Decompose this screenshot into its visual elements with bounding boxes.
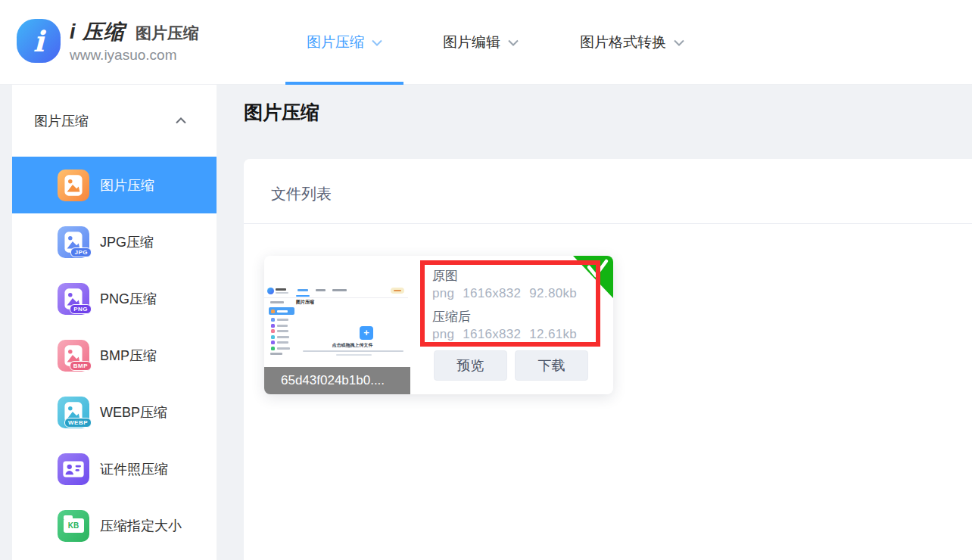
- chevron-down-icon: [372, 39, 382, 46]
- app-header: i i 压缩 图片压缩 www.iyasuo.com 图片压缩 图片编辑 图片格…: [0, 0, 972, 85]
- mini-icon-dot: [271, 318, 275, 322]
- mini-icon-dot: [271, 335, 275, 339]
- sidebar-item-bmp[interactable]: BMP BMP压缩: [12, 327, 217, 384]
- png-compress-icon: PNG: [58, 283, 89, 315]
- format-badge: BMP: [70, 361, 92, 371]
- brand-title: i 压缩: [70, 18, 125, 45]
- mini-icon-dot: [271, 329, 275, 333]
- nav-tab-label: 图片格式转换: [580, 33, 666, 52]
- format-badge: PNG: [70, 304, 92, 314]
- sidebar-item-jpg[interactable]: JPG JPG压缩: [12, 213, 217, 270]
- original-size: 92.80kb: [529, 286, 577, 300]
- info-gap: [432, 303, 596, 308]
- mini-decor-bar: [277, 319, 288, 321]
- mini-decor-bar: [276, 292, 288, 294]
- webp-compress-icon: WEBP: [58, 397, 89, 428]
- nav-tab-image-compress[interactable]: 图片压缩: [285, 0, 403, 85]
- panel-title: 文件列表: [271, 184, 332, 204]
- image-compress-icon: [58, 170, 89, 201]
- panel-divider: [244, 223, 972, 224]
- sidebar-item-label: 压缩指定大小: [100, 517, 182, 535]
- mini-decor-bar: [270, 353, 282, 355]
- preview-button[interactable]: 预览: [434, 350, 507, 381]
- mini-decor-bar: [277, 310, 288, 313]
- mini-decor-bar: [277, 330, 288, 332]
- mini-decor-bar: [277, 347, 290, 350]
- nav-tab-image-edit[interactable]: 图片编辑: [422, 0, 540, 85]
- main-nav: 图片压缩 图片编辑 图片格式转换: [285, 0, 706, 85]
- sidebar-item-label: 图片压缩: [100, 176, 154, 194]
- mini-decor-bar: [336, 354, 372, 356]
- mini-decor-bar: [298, 289, 308, 291]
- sidebar-group-header[interactable]: 图片压缩: [12, 85, 217, 157]
- mini-decor-bar: [277, 341, 288, 344]
- mini-upload-plus-icon: +: [360, 326, 373, 340]
- mini-decor-bar: [277, 325, 288, 327]
- sidebar: 图片压缩 图片压缩 JPG JPG压缩 PNG PNG压缩 BMP BMP压缩: [12, 85, 217, 560]
- id-photo-icon: [58, 453, 89, 485]
- mini-decor-bar: [332, 289, 347, 291]
- compressed-size: 12.61kb: [529, 327, 577, 341]
- sidebar-item-png[interactable]: PNG PNG压缩: [12, 270, 217, 327]
- sidebar-item-label: 证件照压缩: [100, 460, 168, 478]
- compressed-label: 压缩后: [432, 308, 596, 325]
- format-badge: JPG: [70, 247, 92, 257]
- mini-icon-dot: [271, 310, 275, 313]
- original-format: png: [432, 286, 454, 300]
- nav-tab-label: 图片编辑: [443, 33, 500, 52]
- mini-decor-bar: [394, 290, 401, 291]
- mini-logo-icon: [267, 288, 274, 294]
- page-title: 图片压缩: [244, 100, 319, 125]
- jpg-compress-icon: JPG: [58, 226, 89, 258]
- chevron-down-icon: [508, 39, 519, 46]
- mini-decor-bar: [296, 295, 310, 297]
- mini-decor-bar: [316, 289, 326, 291]
- file-list-panel: 文件列表 图片压缩: [244, 159, 972, 560]
- format-badge: WEBP: [64, 418, 92, 428]
- original-info: png1616x83292.80kb: [432, 285, 596, 303]
- original-label: 原图: [432, 267, 596, 285]
- brand-text: i 压缩 图片压缩 www.iyasuo.com: [70, 18, 199, 64]
- kb-badge: KB: [64, 518, 84, 533]
- compressed-info: png1616x83212.61kb: [432, 325, 596, 344]
- sidebar-item-label: PNG压缩: [100, 290, 157, 308]
- nav-tab-label: 图片压缩: [307, 33, 364, 52]
- mini-upload-text: 点击或拖拽上传文件: [294, 343, 410, 348]
- chevron-down-icon: [674, 39, 684, 46]
- file-item-card: 图片压缩 + 点击或拖拽上传文件: [264, 256, 613, 394]
- annotation-red-box: 原图 png1616x83292.80kb 压缩后 png1616x83212.…: [420, 260, 600, 347]
- file-actions: 预览 下载: [434, 350, 588, 381]
- mini-decor-bar: [303, 350, 403, 353]
- brand-url: www.iyasuo.com: [70, 47, 199, 64]
- thumbnail-mini-screenshot: 图片压缩 + 点击或拖拽上传文件: [264, 285, 410, 356]
- sidebar-item-webp[interactable]: WEBP WEBP压缩: [12, 384, 217, 440]
- nav-tab-format-convert[interactable]: 图片格式转换: [558, 0, 706, 85]
- kb-folder-icon: KB: [58, 510, 89, 542]
- compressed-dimensions: 1616x832: [463, 327, 521, 341]
- bmp-compress-icon: BMP: [58, 340, 89, 372]
- sidebar-item-id-photo[interactable]: 证件照压缩: [12, 440, 217, 497]
- brand-logo-group[interactable]: i i 压缩 图片压缩 www.iyasuo.com: [17, 18, 199, 64]
- compressed-format: png: [432, 327, 454, 341]
- mini-icon-dot: [271, 341, 275, 344]
- mini-page-title: 图片压缩: [296, 300, 314, 305]
- mini-decor-bar: [277, 336, 289, 338]
- mini-icon-dot: [271, 324, 275, 328]
- chevron-up-icon: [176, 117, 186, 124]
- download-button[interactable]: 下载: [515, 350, 588, 381]
- file-name: 65d43f024b1b0....: [264, 367, 410, 394]
- sidebar-item-label: BMP压缩: [100, 347, 157, 365]
- file-thumbnail[interactable]: 图片压缩 + 点击或拖拽上传文件: [264, 256, 410, 394]
- mini-decor-bar: [276, 288, 286, 291]
- sidebar-item-label: JPG压缩: [100, 233, 154, 251]
- brand-logo-icon: i: [17, 19, 61, 63]
- sidebar-item-target-size[interactable]: KB 压缩指定大小: [12, 497, 217, 554]
- original-dimensions: 1616x832: [463, 286, 521, 300]
- brand-subtitle: 图片压缩: [136, 23, 199, 44]
- active-tab-underline: [285, 82, 403, 85]
- sidebar-group-label: 图片压缩: [34, 112, 89, 130]
- sidebar-item-image-compress[interactable]: 图片压缩: [12, 157, 217, 213]
- mini-divider: [264, 297, 408, 298]
- mini-icon-dot: [271, 347, 275, 350]
- mini-button: [391, 288, 404, 294]
